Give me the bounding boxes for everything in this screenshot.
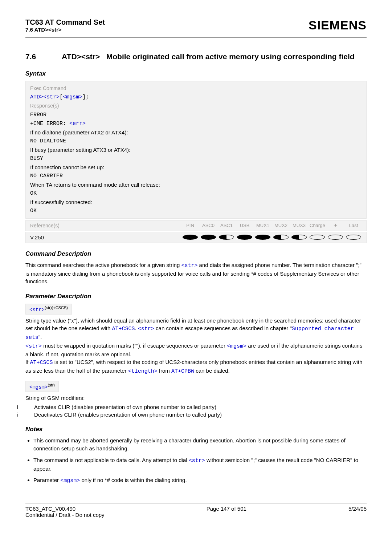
cmd-atd: ATD> <box>30 94 43 100</box>
brand-logo: SIEMENS <box>309 18 367 32</box>
mod-i-text: Deactivates CLIR (enables presentation o… <box>34 412 222 418</box>
exec-command-block: Exec Command ATD><str>[<mgsm>]; Response… <box>25 81 367 219</box>
dot-last <box>346 235 361 240</box>
p1-t1b: . <box>135 325 138 331</box>
p1-t2b: must be wrapped in quotation marks (""),… <box>42 343 227 349</box>
reference-label: Reference(s) <box>30 223 183 228</box>
atcscs-link[interactable]: AT+CSCS <box>112 326 135 332</box>
syntax-heading: Syntax <box>25 70 367 77</box>
modifier-I: IActivates CLIR (disables presentation o… <box>25 403 367 411</box>
mod-i-prefix: i <box>25 411 34 418</box>
dot-usb <box>237 235 252 240</box>
param-mgsm-name[interactable]: <mgsm> <box>29 384 48 390</box>
param-str[interactable]: <str> <box>43 94 60 100</box>
col-mux1: MUX1 <box>255 223 270 228</box>
p1-t1d: ". <box>38 334 42 340</box>
p1-t3a: If <box>25 359 30 365</box>
cmddesc-body: This command searches the active phonebo… <box>25 261 367 285</box>
response-label: Response(s) <box>30 102 362 110</box>
page-footer: TC63_ATC_V00.490 Confidential / Draft - … <box>25 503 367 518</box>
dot-pin <box>183 235 198 240</box>
modifier-list: IActivates CLIR (disables presentation o… <box>25 403 367 418</box>
footer-left: TC63_ATC_V00.490 Confidential / Draft - … <box>25 506 105 518</box>
mgsm-link-2[interactable]: <mgsm> <box>227 343 246 349</box>
col-charge: Charge <box>310 223 325 228</box>
col-mux3: MUX3 <box>291 223 307 228</box>
col-mux2: MUX2 <box>273 223 289 228</box>
note-2: The command is not applicable to data ca… <box>33 456 367 473</box>
resp-cme-text: +CME ERROR: <box>30 121 69 127</box>
dot-mux3 <box>291 235 307 240</box>
dot-airplane <box>328 235 343 240</box>
section-heading: 7.6 ATD><str> Mobile originated call fro… <box>25 52 367 61</box>
doc-sub: 7.6 ATD><str> <box>25 27 105 33</box>
notes-list: This command may be aborted generally by… <box>25 437 367 485</box>
resp-busy: BUSY <box>30 154 362 163</box>
param-mgsm-sup: (str) <box>48 383 55 387</box>
col-last: Last <box>346 223 361 228</box>
param-str-box: <str>(str)(+CSCS) <box>25 304 72 315</box>
dot-asc0 <box>201 235 216 240</box>
str-link-3[interactable]: <str> <box>25 343 42 349</box>
note-1: This command may be aborted generally by… <box>33 437 367 453</box>
note3-mgsm-link[interactable]: <mgsm> <box>60 478 80 484</box>
p1-t3e: from <box>158 368 171 374</box>
resp-ok2: OK <box>30 207 362 215</box>
reference-value-row: V.250 <box>25 232 367 243</box>
reference-value: V.250 <box>30 234 183 240</box>
str-link-2[interactable]: <str> <box>138 326 154 332</box>
param-mgsm-box: <mgsm>(str) <box>25 381 59 392</box>
atcscs-link-2[interactable]: AT+CSCS <box>30 360 53 366</box>
reference-columns: PIN ASC0 ASC1 USB MUX1 MUX2 MUX3 Charge … <box>183 223 361 228</box>
resp-line3: If no dialtone (parameter ATX2 or ATX4): <box>30 128 362 137</box>
tlength-link[interactable]: <tlength> <box>128 368 158 374</box>
note3c: only if no *# code is within the dialing… <box>80 477 187 483</box>
mod-I-text: Activates CLIR (disables presentation of… <box>34 404 216 410</box>
note-3: Parameter <mgsm> only if no *# code is w… <box>33 476 367 485</box>
bracket-open: [ <box>60 94 63 100</box>
doc-title: TC63 AT Command Set <box>25 18 105 27</box>
resp-err-link[interactable]: <err> <box>69 121 86 127</box>
bracket-close: ]; <box>82 94 89 100</box>
paramdesc-heading: Parameter Description <box>25 293 367 300</box>
resp-nocarrier: NO CARRIER <box>30 172 362 181</box>
support-dots <box>183 235 361 240</box>
footer-page: Page 147 of 501 <box>207 506 246 518</box>
p1-t3g: can be dialed. <box>194 368 230 374</box>
col-asc1: ASC1 <box>219 223 234 228</box>
page-header: TC63 AT Command Set 7.6 ATD><str> SIEMEN… <box>25 18 367 38</box>
notes-heading: Notes <box>25 426 367 433</box>
atcpbw-link[interactable]: AT+CPBW <box>171 368 194 374</box>
note2a: The command is not applicable to data ca… <box>33 457 189 463</box>
param-str-sup: (str)(+CSCS) <box>45 305 68 310</box>
section-title-rest: Mobile originated call from active memor… <box>106 52 355 61</box>
exec-command-line: ATD><str>[<mgsm>]; <box>30 93 362 102</box>
col-airplane-icon: ✈ <box>328 223 343 228</box>
header-left: TC63 AT Command Set 7.6 ATD><str> <box>25 18 105 33</box>
dot-mux2 <box>273 235 289 240</box>
footer-confidential: Confidential / Draft - Do not copy <box>25 512 105 518</box>
note2-str-link[interactable]: <str> <box>189 458 205 464</box>
cmddesc-heading: Command Description <box>25 250 367 258</box>
cmddesc-str-link[interactable]: <str> <box>181 263 197 269</box>
exec-command-label: Exec Command <box>30 84 362 92</box>
cmddesc-t1: This command searches the active phonebo… <box>25 262 181 268</box>
resp-cme: +CME ERROR: <err> <box>30 119 362 128</box>
resp-ok1: OK <box>30 189 362 198</box>
footer-docid: TC63_ATC_V00.490 <box>25 506 105 512</box>
col-asc0: ASC0 <box>201 223 216 228</box>
param-str-desc: String type value ("x"), which should eq… <box>25 317 367 376</box>
param-mgsm[interactable]: <mgsm> <box>63 94 82 100</box>
resp-line5: If busy (parameter setting ATX3 or ATX4)… <box>30 146 362 154</box>
dot-mux1 <box>255 235 270 240</box>
note3a: Parameter <box>33 477 60 483</box>
response-body: ERROR +CME ERROR: <err> If no dialtone (… <box>30 111 362 215</box>
section-title-cmd: ATD><str> <box>62 52 100 61</box>
col-usb: USB <box>237 223 252 228</box>
p1-t1c: can contain escape sequences as describe… <box>154 325 292 331</box>
section-number: 7.6 <box>25 52 62 61</box>
param-str-name[interactable]: <str> <box>29 307 45 313</box>
resp-error: ERROR <box>30 111 362 119</box>
dot-charge <box>310 235 325 240</box>
resp-nodialtone: NO DIALTONE <box>30 137 362 146</box>
